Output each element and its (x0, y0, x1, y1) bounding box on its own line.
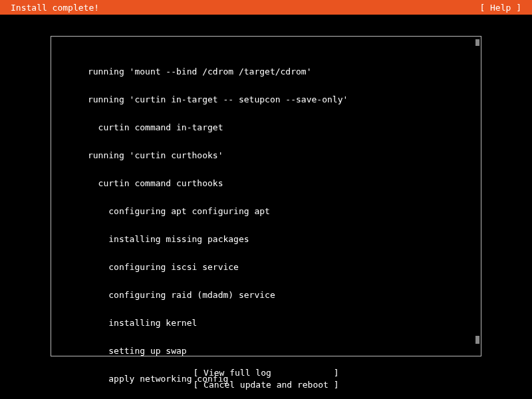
log-line: configuring raid (mdadm) service (57, 291, 475, 300)
log-line: configuring iscsi service (57, 263, 475, 272)
install-status-title: Install complete! (5, 3, 99, 13)
log-line: running 'mount --bind /cdrom /target/cdr… (57, 67, 475, 76)
scrollbar-thumb[interactable] (475, 336, 479, 344)
log-line: apply networking config (57, 374, 475, 384)
header-bar: Install complete! [ Help ] (0, 0, 532, 15)
log-line: configuring apt configuring apt (57, 207, 475, 216)
log-line: curtin command curthooks (57, 179, 475, 188)
log-line: installing missing packages (57, 235, 475, 244)
log-line: installing kernel (57, 319, 475, 328)
help-button[interactable]: [ Help ] (479, 3, 527, 13)
scrollbar-up-indicator[interactable] (475, 39, 479, 46)
content-area: running 'mount --bind /cdrom /target/cdr… (0, 15, 532, 398)
log-line: running 'curtin in-target -- setupcon --… (57, 95, 475, 104)
install-log-box: running 'mount --bind /cdrom /target/cdr… (51, 36, 481, 356)
log-line: curtin command in-target (57, 123, 475, 132)
log-line: setting up swap (57, 346, 475, 356)
log-line: running 'curtin curthooks' (57, 151, 475, 160)
